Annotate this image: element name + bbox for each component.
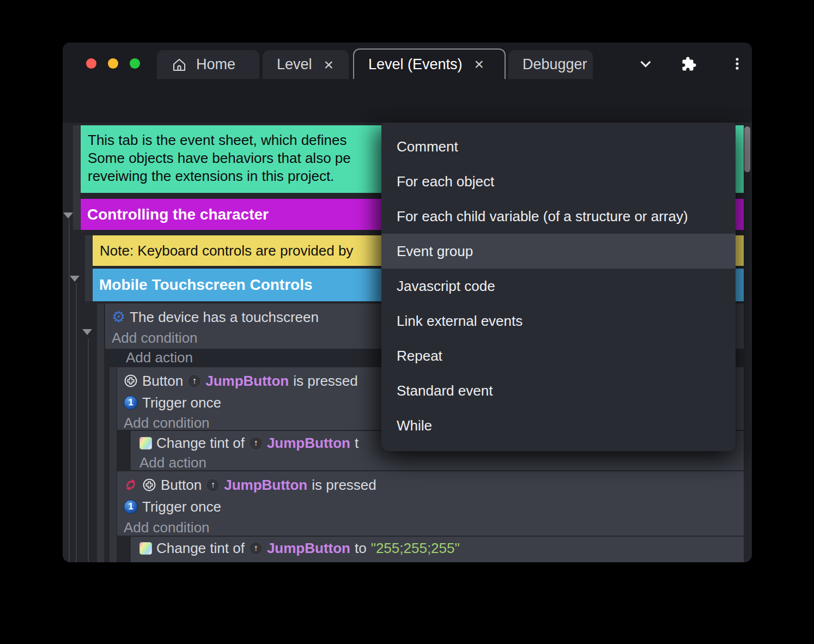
collapse-arrow-icon[interactable] [82,329,92,335]
condition-text: Trigger once [142,394,221,411]
add-action-link[interactable]: Add action [131,558,206,562]
tab-level-events[interactable]: Level (Events) × [353,48,506,79]
tab-level-events-label: Level (Events) [368,56,463,73]
condition-text: Button [161,477,202,494]
tab-level-label: Level [277,56,312,73]
tab-debugger[interactable]: Debugger [508,50,593,79]
add-condition-link[interactable]: Add condition [117,414,210,432]
toolbar [63,79,752,123]
minimize-window-button[interactable] [108,58,118,69]
menu-item-repeat[interactable]: Repeat [381,338,736,373]
add-condition-link[interactable]: Add condition [117,518,210,537]
object-name: JumpButton [267,540,350,557]
add-condition-label: Add condition [124,415,210,432]
menu-item-javascript-code[interactable]: Javascript code [381,269,736,303]
menu-item-link-external-events[interactable]: Link external events [381,303,736,338]
condition-text: Button [142,373,183,390]
menu-item-for-each-child-variable[interactable]: For each child variable (of a structure … [381,199,736,234]
close-window-button[interactable] [86,58,96,69]
action-text: to [355,540,367,557]
menu-item-comment[interactable]: Comment [381,129,736,164]
group-title: Controlling the character [87,206,269,223]
tab-home-label: Home [196,56,235,73]
maximize-window-button[interactable] [130,58,140,69]
object-name: JumpButton [224,477,307,494]
gdevelop-window: Home Level × Level (Events) × Debugger [63,42,752,562]
object-chip-up-arrow-icon: ↑ [206,478,220,492]
menu-item-while[interactable]: While [381,408,736,443]
add-action-label: Add action [139,454,206,471]
object-chip-up-arrow-icon: ↑ [249,542,263,555]
system-gear-icon: ⚙ [112,309,125,325]
condition-row[interactable]: Button ↑ JumpButton is pressed [117,476,376,494]
collapse-arrow-icon[interactable] [70,276,80,282]
condition-text: is pressed [293,373,358,390]
tab-level[interactable]: Level × [263,50,349,79]
action-text: Change tint of [156,540,245,557]
object-name: JumpButton [205,373,289,390]
add-condition-label: Add condition [124,519,210,536]
indent-guide [69,220,70,562]
add-action-label: Add action [112,349,193,366]
close-tab-icon[interactable]: × [324,57,334,73]
object-chip-up-arrow-icon: ↑ [187,374,201,388]
tabs-chevron-down-button[interactable] [636,54,655,73]
add-condition-link[interactable]: Add condition [105,329,198,347]
menu-item-standard-event[interactable]: Standard event [381,373,736,408]
add-condition-label: Add condition [112,330,198,347]
extensions-button[interactable] [680,54,698,73]
object-chip-up-arrow-icon: ↑ [249,436,263,450]
condition-text: is pressed [312,477,376,494]
tint-value-string: "255;255;255" [371,540,460,557]
group-title: Mobile Touchscreen Controls [99,276,313,294]
condition-text: The device has a touchscreen [130,309,319,326]
collapse-arrow-icon[interactable] [63,212,73,218]
tint-color-icon [139,542,152,555]
condition-text: Trigger once [142,499,221,515]
puzzle-icon [681,56,697,72]
action-change-tint-value[interactable]: Change tint of ↑ JumpButton to "255;255;… [131,537,744,562]
add-action-link[interactable]: Add action [131,453,206,472]
add-action-label: Add action [139,560,206,563]
group-spine [97,303,104,562]
gamepad-button-icon [124,374,138,388]
indent-guide [88,338,89,562]
gamepad-button-icon [142,478,156,492]
menu-item-for-each-object[interactable]: For each object [381,164,736,199]
trigger-once-icon: 1 [124,500,138,514]
tab-debugger-label: Debugger [523,56,587,73]
condition-row[interactable]: 1 Trigger once [117,393,221,412]
invert-condition-icon [124,478,138,492]
condition-row[interactable]: 1 Trigger once [117,497,221,516]
menu-item-event-group[interactable]: Event group [381,234,736,269]
note-text: Note: Keyboard controls are provided by [100,242,353,259]
vertical-scrollbar-thumb[interactable] [744,126,750,172]
group-spine [73,125,80,230]
indent-guide [76,283,77,562]
condition-row[interactable]: Button ↑ JumpButton is pressed [117,372,358,390]
object-name: JumpButton [267,435,350,452]
group-spine [85,235,92,301]
group-spine [110,367,117,562]
home-icon [171,57,187,73]
action-text: t [355,435,359,452]
tab-bar: Home Level × Level (Events) × Debugger [63,42,752,79]
screen: Home Level × Level (Events) × Debugger [0,0,814,644]
tint-color-icon [139,437,152,449]
add-event-context-menu: Comment For each object For each child v… [381,123,736,451]
action-row[interactable]: Change tint of ↑ JumpButton to "255;255;… [131,539,460,557]
kebab-menu-icon [730,56,745,71]
action-row[interactable]: Change tint of ↑ JumpButton t [131,434,359,452]
window-menu-button[interactable] [728,54,746,73]
event-jumpbutton-pressed-inverted[interactable]: Button ↑ JumpButton is pressed 1 Trigger… [117,471,744,536]
condition-row[interactable]: ⚙ The device has a touchscreen [105,308,319,326]
trigger-once-icon: 1 [124,396,138,410]
chevron-down-icon [637,56,654,72]
close-tab-icon[interactable]: × [475,56,484,72]
tab-home[interactable]: Home [157,50,259,79]
action-text: Change tint of [156,435,245,452]
